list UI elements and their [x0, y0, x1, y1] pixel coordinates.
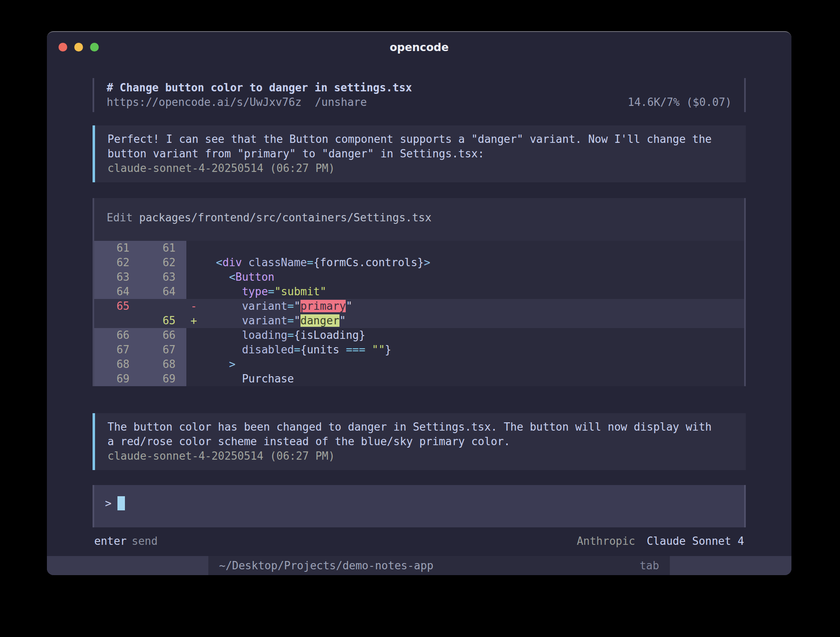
diff-change-marker: [186, 372, 203, 386]
diff-change-marker: [186, 241, 203, 255]
diff-old-line-number: 69: [94, 372, 140, 386]
assistant-message: Perfect! I can see that the Button compo…: [93, 125, 746, 182]
session-title: # Change button color to danger in setti…: [107, 81, 412, 95]
diff-change-marker: [186, 328, 203, 343]
app-window: opencode # Change button color to danger…: [47, 31, 791, 575]
diff-code-line: <Button: [203, 270, 744, 284]
edit-tool-diff: Edit packages/frontend/src/containers/Se…: [93, 198, 746, 386]
session-header: # Change button color to danger in setti…: [93, 78, 746, 112]
diff-row: 6262 <div className={formCs.controls}>: [94, 255, 744, 270]
diff-row: 6868 >: [94, 357, 744, 372]
diff-file-path: packages/frontend/src/containers/Setting…: [139, 211, 431, 224]
status-bar: opencodev0.3.11 ~/Desktop/Projects/demo-…: [47, 556, 791, 575]
diff-code-line: disabled={units === ""}: [203, 343, 744, 357]
diff-row: 65- variant="primary": [94, 299, 744, 314]
diff-new-line-number: 65: [140, 314, 186, 328]
diff-old-line-number: 63: [94, 270, 140, 284]
diff-code-line: >: [203, 357, 744, 372]
app-version-chip: opencodev0.3.11: [47, 556, 208, 575]
diff-row: 6363 <Button: [94, 270, 744, 284]
diff-change-marker: [186, 357, 203, 372]
diff-row: 65+ variant="danger": [94, 314, 744, 328]
diff-new-line-number: 69: [140, 372, 186, 386]
diff-row: 6464 type="submit": [94, 284, 744, 299]
diff-rows: 61616262 <div className={formCs.controls…: [94, 241, 744, 386]
diff-old-line-number: [94, 314, 140, 328]
diff-old-line-number: 66: [94, 328, 140, 343]
diff-new-line-number: 66: [140, 328, 186, 343]
diff-code-line: loading={isLoading}: [203, 328, 744, 343]
prompt-chevron: >: [105, 497, 112, 510]
message-model-timestamp: claude-sonnet-4-20250514 (06:27 PM): [107, 161, 733, 176]
diff-code-line: [203, 241, 744, 255]
diff-change-marker: +: [186, 314, 203, 328]
model-name: Claude Sonnet 4: [647, 535, 744, 547]
diff-change-marker: [186, 270, 203, 284]
token-cost-stats: 14.6K/7% ($0.07): [628, 95, 732, 110]
diff-code-line: variant="danger": [203, 314, 744, 328]
diff-new-line-number: 64: [140, 284, 186, 299]
prompt-input[interactable]: >: [93, 485, 746, 527]
diff-code-line: type="submit": [203, 284, 744, 299]
diff-code-line: variant="primary": [203, 299, 744, 314]
diff-action-label: Edit: [107, 211, 133, 224]
diff-old-line-number: 67: [94, 343, 140, 357]
diff-code-line: <div className={formCs.controls}>: [203, 255, 744, 270]
message-text-line: button variant from "primary" to "danger…: [107, 147, 733, 161]
diff-old-line-number: 68: [94, 357, 140, 372]
diff-row: 6161: [94, 241, 744, 255]
title-bar: opencode: [47, 32, 791, 61]
diff-change-marker: [186, 255, 203, 270]
provider-name: Anthropic: [577, 535, 635, 547]
diff-old-line-number: 61: [94, 241, 140, 255]
message-text-line: a red/rose color scheme instead of the b…: [107, 434, 733, 449]
diff-row: 6666 loading={isLoading}: [94, 328, 744, 343]
window-title: opencode: [47, 41, 791, 54]
diff-change-marker: -: [186, 299, 203, 314]
diff-new-line-number: 68: [140, 357, 186, 372]
diff-row: 6969 Purchase: [94, 372, 744, 386]
diff-new-line-number: 63: [140, 270, 186, 284]
diff-old-line-number: 64: [94, 284, 140, 299]
assistant-message: The button color has been changed to dan…: [93, 413, 746, 470]
diff-change-marker: [186, 284, 203, 299]
diff-new-line-number: 62: [140, 255, 186, 270]
unshare-command[interactable]: /unshare: [315, 95, 367, 110]
diff-old-line-number: 65: [94, 299, 140, 314]
message-text-line: Perfect! I can see that the Button compo…: [107, 132, 733, 147]
diff-new-line-number: 61: [140, 241, 186, 255]
diff-change-marker: [186, 343, 203, 357]
diff-header: Edit packages/frontend/src/containers/Se…: [94, 198, 744, 241]
mode-chip: BUILDMODE: [670, 556, 791, 575]
footer-hints: enter send Anthropic Claude Sonnet 4: [93, 534, 746, 549]
diff-code-line: Purchase: [203, 372, 744, 386]
text-cursor: [117, 496, 125, 510]
diff-row: 6767 disabled={units === ""}: [94, 343, 744, 357]
tab-key-hint: tab: [640, 556, 659, 575]
session-content: # Change button color to danger in setti…: [47, 78, 791, 549]
diff-old-line-number: 62: [94, 255, 140, 270]
model-indicator: Anthropic Claude Sonnet 4: [577, 534, 744, 549]
diff-new-line-number: [140, 299, 186, 314]
diff-new-line-number: 67: [140, 343, 186, 357]
share-url-link[interactable]: https://opencode.ai/s/UwJxv76z: [107, 95, 302, 110]
working-directory: ~/Desktop/Projects/demo-notes-app: [219, 556, 434, 575]
message-model-timestamp: claude-sonnet-4-20250514 (06:27 PM): [107, 449, 733, 463]
message-text-line: The button color has been changed to dan…: [107, 420, 733, 434]
send-action-hint: send: [132, 534, 158, 549]
enter-key-hint: enter: [94, 534, 127, 549]
